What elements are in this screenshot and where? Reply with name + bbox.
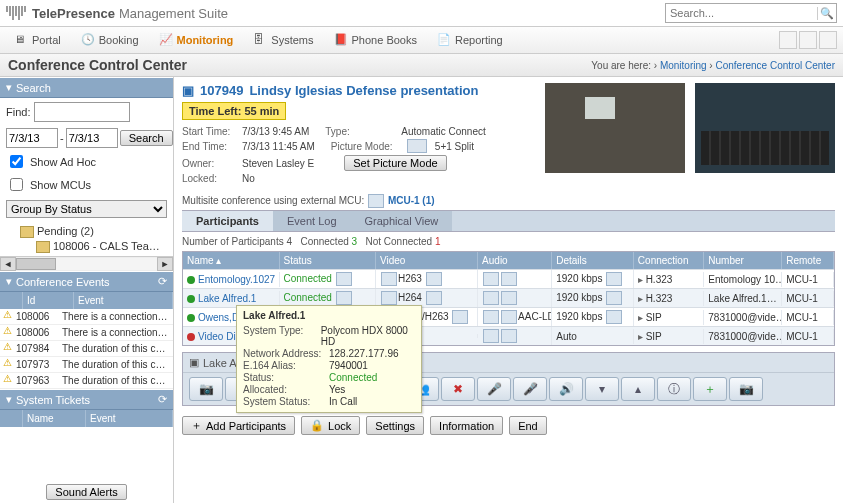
action-mic-off[interactable]: 🎤̸: [513, 377, 547, 401]
nav-systems[interactable]: 🗄Systems: [245, 31, 321, 49]
tab-graphical[interactable]: Graphical View: [351, 211, 453, 231]
tree-item-1[interactable]: 108006 - CALS Tea…: [2, 239, 171, 254]
pcol-video[interactable]: Video: [376, 252, 478, 269]
col-id[interactable]: Id: [23, 292, 74, 309]
event-row[interactable]: ⚠108006There is a connection…: [0, 309, 173, 325]
crumb-monitoring[interactable]: Monitoring: [660, 60, 707, 71]
action-add[interactable]: ＋: [693, 377, 727, 401]
settings-button[interactable]: Settings: [366, 416, 424, 435]
action-info[interactable]: ⓘ: [657, 377, 691, 401]
col-event2[interactable]: Event: [86, 410, 173, 427]
tree-scrollbar[interactable]: ◄ ►: [0, 256, 173, 271]
date-to-input[interactable]: [66, 128, 118, 148]
collapse-icon[interactable]: ▾: [6, 275, 12, 288]
scroll-right-icon[interactable]: ►: [157, 257, 173, 271]
group-by-select[interactable]: Group By Status: [6, 200, 167, 218]
refresh-icon[interactable]: ⟳: [158, 275, 167, 288]
search-icon[interactable]: 🔍: [817, 7, 836, 20]
nav-reporting[interactable]: 📄Reporting: [429, 31, 511, 49]
layout-icon: ▣: [189, 356, 199, 369]
global-search[interactable]: 🔍: [665, 3, 837, 23]
folder-icon: [36, 241, 50, 253]
codec-icon: [381, 272, 397, 286]
nav-util-1[interactable]: [779, 31, 797, 49]
breadcrumb: You are here: › Monitoring › Conference …: [591, 60, 835, 71]
action-mic-on[interactable]: 🎤: [477, 377, 511, 401]
conf-events-header[interactable]: ▾ Conference Events ⟳: [0, 271, 173, 292]
col-event[interactable]: Event: [74, 292, 173, 309]
nav-util-2[interactable]: [799, 31, 817, 49]
search-panel-header[interactable]: ▾ Search: [0, 77, 173, 98]
portal-icon: 🖥: [14, 33, 28, 47]
sound-alerts-button[interactable]: Sound Alerts: [46, 484, 126, 500]
set-picture-mode-button[interactable]: Set Picture Mode: [344, 155, 446, 171]
pcol-status[interactable]: Status: [280, 252, 377, 269]
add-participants-button[interactable]: ＋Add Participants: [182, 416, 295, 435]
pcol-details[interactable]: Details: [552, 252, 634, 269]
event-row[interactable]: ⚠107963The duration of this c…: [0, 373, 173, 389]
event-row[interactable]: ⚠107973The duration of this c…: [0, 357, 173, 373]
participant-tooltip: Lake Alfred.1 System Type:Polycom HDX 80…: [236, 305, 422, 413]
nav-monitoring[interactable]: 📈Monitoring: [151, 31, 242, 49]
action-mute-audio[interactable]: ✖: [441, 377, 475, 401]
col-icon: [0, 292, 23, 309]
tab-eventlog[interactable]: Event Log: [273, 211, 351, 231]
speaker-icon: [501, 329, 517, 343]
stats-icon: [606, 272, 622, 286]
nav-phonebooks[interactable]: 📕Phone Books: [326, 31, 425, 49]
video-icon: [336, 272, 352, 286]
action-vol-down[interactable]: ▾: [585, 377, 619, 401]
tree-pending[interactable]: Pending (2): [2, 224, 171, 239]
find-label: Find:: [6, 106, 30, 118]
sys-tickets-header[interactable]: ▾ System Tickets ⟳: [0, 389, 173, 410]
col-name[interactable]: Name: [23, 410, 86, 427]
picture-mode-icon: [407, 139, 427, 153]
nav-booking[interactable]: 🕓Booking: [73, 31, 147, 49]
nav-util-3[interactable]: [819, 31, 837, 49]
mcu-info: Multisite conference using external MCU:…: [174, 192, 843, 210]
lock-button[interactable]: 🔒Lock: [301, 416, 360, 435]
participant-row[interactable]: Entomology.1027Connected H263 1920 kbps …: [183, 269, 834, 288]
mic-icon: [483, 272, 499, 286]
speaker-icon: [501, 291, 517, 305]
pcol-remote[interactable]: Remote: [782, 252, 834, 269]
warning-icon: ⚠: [0, 373, 14, 388]
search-button[interactable]: Search: [120, 130, 173, 146]
collapse-icon[interactable]: ▾: [6, 81, 12, 94]
event-row[interactable]: ⚠107984The duration of this c…: [0, 341, 173, 357]
refresh-icon[interactable]: ⟳: [158, 393, 167, 406]
show-mcus-checkbox[interactable]: [10, 178, 23, 191]
nav-portal[interactable]: 🖥Portal: [6, 31, 69, 49]
participant-counts: Number of Participants 4 Connected 3 Not…: [174, 232, 843, 251]
layout-icon: [426, 272, 442, 286]
show-adhoc-checkbox[interactable]: [10, 155, 23, 168]
information-button[interactable]: Information: [430, 416, 503, 435]
date-from-input[interactable]: [6, 128, 58, 148]
pcol-name[interactable]: Name ▴: [183, 252, 280, 269]
event-row[interactable]: ⚠108006There is a connection…: [0, 325, 173, 341]
action-vol-up[interactable]: ▴: [621, 377, 655, 401]
brand-telepresence: TelePresence: [32, 6, 115, 21]
pcol-conn[interactable]: Connection: [634, 252, 704, 269]
pcol-number[interactable]: Number: [704, 252, 782, 269]
end-button[interactable]: End: [509, 416, 547, 435]
global-search-input[interactable]: [666, 7, 817, 19]
mic-icon: [483, 310, 499, 324]
video-preview-2: [695, 83, 835, 173]
mic-icon: [483, 329, 499, 343]
action-snapshot[interactable]: 📷: [729, 377, 763, 401]
collapse-icon[interactable]: ▾: [6, 393, 12, 406]
conference-title: Lindsy Iglesias Defense presentation: [249, 83, 478, 98]
scroll-left-icon[interactable]: ◄: [0, 257, 16, 271]
action-camera[interactable]: 📷: [189, 377, 223, 401]
action-volume[interactable]: 🔊: [549, 377, 583, 401]
systems-icon: 🗄: [253, 33, 267, 47]
plus-icon: ＋: [191, 418, 202, 433]
tab-participants[interactable]: Participants: [182, 211, 273, 231]
pcol-audio[interactable]: Audio: [478, 252, 552, 269]
conference-tree[interactable]: Pending (2) 108006 - CALS Tea…: [0, 222, 173, 256]
find-input[interactable]: [34, 102, 130, 122]
speaker-icon: [501, 310, 517, 324]
crumb-ccc[interactable]: Conference Control Center: [715, 60, 835, 71]
scroll-thumb[interactable]: [16, 258, 56, 270]
